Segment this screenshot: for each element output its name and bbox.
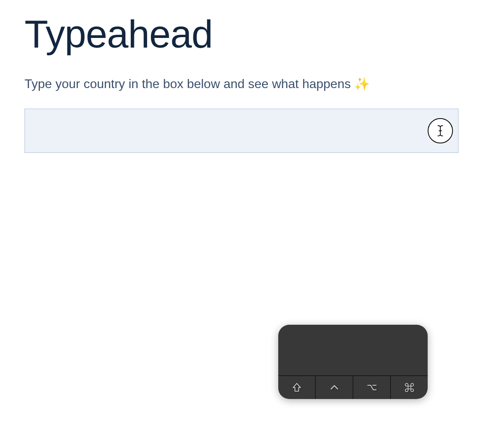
- country-input-wrapper: [25, 109, 458, 153]
- shift-icon: [291, 382, 302, 393]
- ibeam-glyph: [437, 125, 443, 137]
- page-title: Typeahead: [0, 0, 483, 56]
- sparkles-icon: ✨: [354, 76, 370, 91]
- option-icon: [366, 382, 377, 393]
- command-key[interactable]: [391, 376, 428, 399]
- text-cursor-icon: [428, 118, 453, 143]
- control-icon: [329, 382, 340, 393]
- shift-key[interactable]: [278, 376, 316, 399]
- instruction-copy: Type your country in the box below and s…: [25, 77, 354, 91]
- instruction-text: Type your country in the box below and s…: [0, 56, 483, 91]
- keyboard-keys-row: [278, 376, 428, 399]
- keyboard-display: [278, 325, 428, 376]
- control-key[interactable]: [316, 376, 353, 399]
- keyboard-overlay: [278, 325, 428, 399]
- command-icon: [404, 382, 415, 393]
- option-key[interactable]: [353, 376, 391, 399]
- country-input[interactable]: [25, 109, 458, 153]
